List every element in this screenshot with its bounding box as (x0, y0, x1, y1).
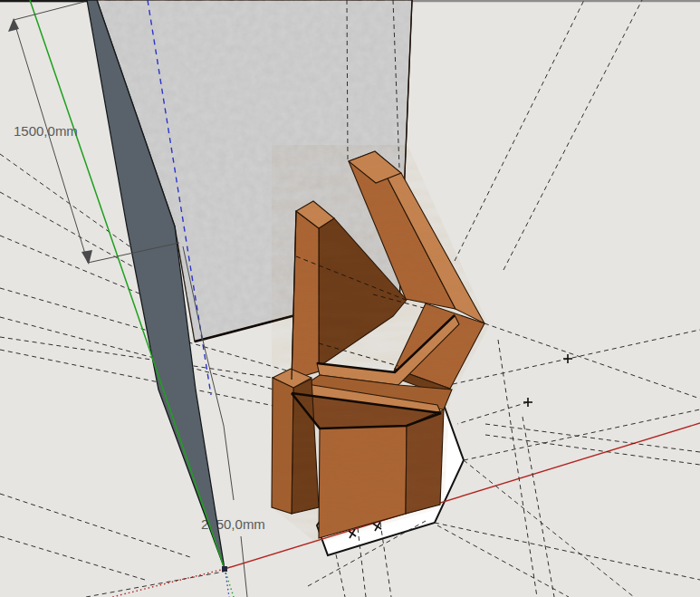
axes-origin-point[interactable] (222, 566, 227, 572)
dimension-wall-height-label[interactable]: 1500,0mm (14, 123, 78, 139)
viewport-3d[interactable]: 2350,0mm (0, 0, 700, 597)
scene-canvas[interactable]: 2350,0mm (0, 0, 700, 597)
